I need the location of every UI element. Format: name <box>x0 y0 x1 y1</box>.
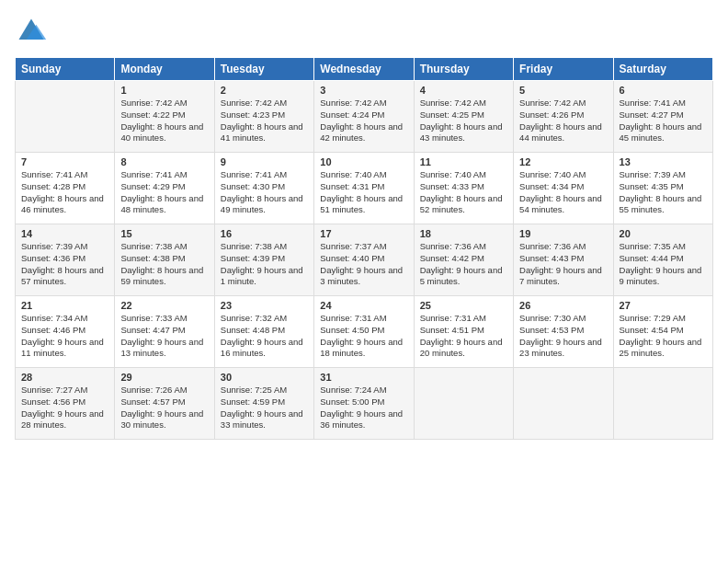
logo-icon <box>15 15 48 48</box>
day-info: Sunrise: 7:30 AMSunset: 4:53 PMDaylight:… <box>519 313 607 360</box>
day-number: 16 <box>221 228 308 239</box>
day-number: 1 <box>120 85 208 96</box>
day-cell: 9Sunrise: 7:41 AMSunset: 4:30 PMDaylight… <box>214 153 313 224</box>
day-cell: 21Sunrise: 7:34 AMSunset: 4:46 PMDayligh… <box>16 296 115 368</box>
day-cell: 17Sunrise: 7:37 AMSunset: 4:40 PMDayligh… <box>314 224 414 296</box>
day-cell <box>514 368 613 440</box>
day-number: 27 <box>620 300 707 311</box>
day-number: 18 <box>420 228 507 239</box>
day-cell: 12Sunrise: 7:40 AMSunset: 4:34 PMDayligh… <box>514 153 613 224</box>
day-info: Sunrise: 7:38 AMSunset: 4:38 PMDaylight:… <box>120 241 208 288</box>
day-cell: 26Sunrise: 7:30 AMSunset: 4:53 PMDayligh… <box>514 296 613 368</box>
day-info: Sunrise: 7:41 AMSunset: 4:27 PMDaylight:… <box>620 98 707 144</box>
week-row-0: 1Sunrise: 7:42 AMSunset: 4:22 PMDaylight… <box>16 81 713 153</box>
day-info: Sunrise: 7:29 AMSunset: 4:54 PMDaylight:… <box>620 313 707 360</box>
day-number: 5 <box>519 85 607 96</box>
day-cell: 14Sunrise: 7:39 AMSunset: 4:36 PMDayligh… <box>16 224 115 296</box>
day-info: Sunrise: 7:40 AMSunset: 4:33 PMDaylight:… <box>420 169 507 216</box>
day-info: Sunrise: 7:41 AMSunset: 4:28 PMDaylight:… <box>21 169 108 216</box>
day-number: 29 <box>120 372 208 383</box>
day-cell: 22Sunrise: 7:33 AMSunset: 4:47 PMDayligh… <box>115 296 214 368</box>
day-number: 10 <box>320 156 407 167</box>
day-cell: 16Sunrise: 7:38 AMSunset: 4:39 PMDayligh… <box>214 224 313 296</box>
day-number: 17 <box>320 228 407 239</box>
day-info: Sunrise: 7:40 AMSunset: 4:34 PMDaylight:… <box>519 169 607 216</box>
day-cell: 11Sunrise: 7:40 AMSunset: 4:33 PMDayligh… <box>414 153 513 224</box>
day-number: 3 <box>320 85 407 96</box>
day-cell: 3Sunrise: 7:42 AMSunset: 4:24 PMDaylight… <box>314 81 414 153</box>
day-info: Sunrise: 7:41 AMSunset: 4:30 PMDaylight:… <box>221 169 308 216</box>
logo <box>15 15 51 48</box>
day-info: Sunrise: 7:42 AMSunset: 4:24 PMDaylight:… <box>320 98 407 144</box>
day-number: 22 <box>120 300 208 311</box>
day-cell <box>613 368 712 440</box>
day-number: 31 <box>320 372 407 383</box>
day-cell: 24Sunrise: 7:31 AMSunset: 4:50 PMDayligh… <box>314 296 414 368</box>
day-cell: 1Sunrise: 7:42 AMSunset: 4:22 PMDaylight… <box>115 81 214 153</box>
header-cell-thursday: Thursday <box>414 58 513 81</box>
day-info: Sunrise: 7:27 AMSunset: 4:56 PMDaylight:… <box>21 385 108 431</box>
day-cell: 2Sunrise: 7:42 AMSunset: 4:23 PMDaylight… <box>214 81 313 153</box>
day-number: 2 <box>221 85 308 96</box>
day-cell: 31Sunrise: 7:24 AMSunset: 5:00 PMDayligh… <box>314 368 414 440</box>
header-cell-friday: Friday <box>514 58 613 81</box>
day-info: Sunrise: 7:39 AMSunset: 4:35 PMDaylight:… <box>620 169 707 216</box>
day-cell: 7Sunrise: 7:41 AMSunset: 4:28 PMDaylight… <box>16 153 115 224</box>
day-cell: 23Sunrise: 7:32 AMSunset: 4:48 PMDayligh… <box>214 296 313 368</box>
day-info: Sunrise: 7:33 AMSunset: 4:47 PMDaylight:… <box>120 313 208 360</box>
day-cell: 6Sunrise: 7:41 AMSunset: 4:27 PMDaylight… <box>613 81 712 153</box>
day-cell: 15Sunrise: 7:38 AMSunset: 4:38 PMDayligh… <box>115 224 214 296</box>
day-number: 8 <box>120 156 208 167</box>
day-number: 9 <box>221 156 308 167</box>
day-number: 26 <box>519 300 607 311</box>
day-info: Sunrise: 7:37 AMSunset: 4:40 PMDaylight:… <box>320 241 407 288</box>
day-number: 28 <box>21 372 108 383</box>
day-number: 12 <box>519 156 607 167</box>
day-number: 23 <box>221 300 308 311</box>
week-row-2: 14Sunrise: 7:39 AMSunset: 4:36 PMDayligh… <box>16 224 713 296</box>
day-number: 24 <box>320 300 407 311</box>
day-cell: 10Sunrise: 7:40 AMSunset: 4:31 PMDayligh… <box>314 153 414 224</box>
day-info: Sunrise: 7:38 AMSunset: 4:39 PMDaylight:… <box>221 241 308 288</box>
day-cell: 29Sunrise: 7:26 AMSunset: 4:57 PMDayligh… <box>115 368 214 440</box>
week-row-4: 28Sunrise: 7:27 AMSunset: 4:56 PMDayligh… <box>16 368 713 440</box>
day-number: 7 <box>21 156 108 167</box>
day-number: 4 <box>420 85 507 96</box>
header-cell-monday: Monday <box>115 58 214 81</box>
day-number: 19 <box>519 228 607 239</box>
calendar-header: SundayMondayTuesdayWednesdayThursdayFrid… <box>16 58 713 81</box>
day-cell <box>414 368 513 440</box>
day-info: Sunrise: 7:42 AMSunset: 4:25 PMDaylight:… <box>420 98 507 144</box>
day-cell: 27Sunrise: 7:29 AMSunset: 4:54 PMDayligh… <box>613 296 712 368</box>
day-info: Sunrise: 7:42 AMSunset: 4:22 PMDaylight:… <box>120 98 208 144</box>
header-cell-saturday: Saturday <box>613 58 712 81</box>
header-cell-sunday: Sunday <box>16 58 115 81</box>
day-number: 13 <box>620 156 707 167</box>
day-cell: 5Sunrise: 7:42 AMSunset: 4:26 PMDaylight… <box>514 81 613 153</box>
day-number: 11 <box>420 156 507 167</box>
day-info: Sunrise: 7:35 AMSunset: 4:44 PMDaylight:… <box>620 241 707 288</box>
week-row-3: 21Sunrise: 7:34 AMSunset: 4:46 PMDayligh… <box>16 296 713 368</box>
day-cell: 8Sunrise: 7:41 AMSunset: 4:29 PMDaylight… <box>115 153 214 224</box>
day-cell: 28Sunrise: 7:27 AMSunset: 4:56 PMDayligh… <box>16 368 115 440</box>
day-cell: 4Sunrise: 7:42 AMSunset: 4:25 PMDaylight… <box>414 81 513 153</box>
day-info: Sunrise: 7:42 AMSunset: 4:23 PMDaylight:… <box>221 98 308 144</box>
day-number: 21 <box>21 300 108 311</box>
header-row: SundayMondayTuesdayWednesdayThursdayFrid… <box>16 58 713 81</box>
day-cell: 13Sunrise: 7:39 AMSunset: 4:35 PMDayligh… <box>613 153 712 224</box>
day-cell: 25Sunrise: 7:31 AMSunset: 4:51 PMDayligh… <box>414 296 513 368</box>
calendar-body: 1Sunrise: 7:42 AMSunset: 4:22 PMDaylight… <box>16 81 713 440</box>
day-info: Sunrise: 7:31 AMSunset: 4:50 PMDaylight:… <box>320 313 407 360</box>
day-info: Sunrise: 7:31 AMSunset: 4:51 PMDaylight:… <box>420 313 507 360</box>
day-info: Sunrise: 7:24 AMSunset: 5:00 PMDaylight:… <box>320 385 407 431</box>
day-info: Sunrise: 7:40 AMSunset: 4:31 PMDaylight:… <box>320 169 407 216</box>
week-row-1: 7Sunrise: 7:41 AMSunset: 4:28 PMDaylight… <box>16 153 713 224</box>
day-info: Sunrise: 7:41 AMSunset: 4:29 PMDaylight:… <box>120 169 208 216</box>
day-info: Sunrise: 7:32 AMSunset: 4:48 PMDaylight:… <box>221 313 308 360</box>
day-info: Sunrise: 7:36 AMSunset: 4:42 PMDaylight:… <box>420 241 507 288</box>
day-info: Sunrise: 7:42 AMSunset: 4:26 PMDaylight:… <box>519 98 607 144</box>
header <box>15 15 713 48</box>
day-cell <box>16 81 115 153</box>
day-cell: 18Sunrise: 7:36 AMSunset: 4:42 PMDayligh… <box>414 224 513 296</box>
day-cell: 19Sunrise: 7:36 AMSunset: 4:43 PMDayligh… <box>514 224 613 296</box>
